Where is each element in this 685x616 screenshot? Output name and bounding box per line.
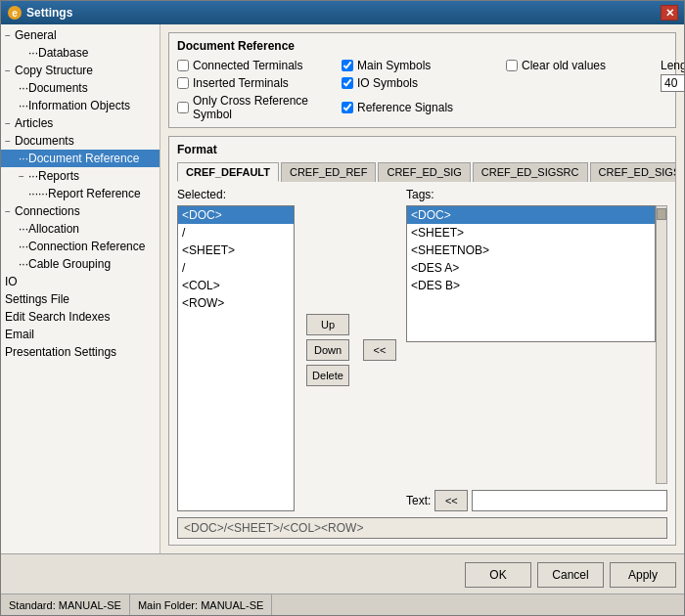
sidebar-item-documents[interactable]: ···Documents bbox=[1, 79, 160, 97]
checkbox-clear-old-values-label: Clear old values bbox=[522, 59, 606, 72]
checkbox-clear-old-values[interactable]: Clear old values bbox=[506, 59, 653, 72]
sidebar-item-reports[interactable]: − ···Reports bbox=[1, 167, 160, 185]
tags-area: Tags: <DOC> <SHEET> <SHEETNOB> <DES A> <… bbox=[406, 188, 667, 511]
checkbox-main-symbols[interactable]: Main Symbols bbox=[342, 59, 498, 72]
checkbox-io-symbols-input[interactable] bbox=[342, 77, 353, 89]
sidebar-item-email[interactable]: Email bbox=[1, 326, 160, 343]
checkbox-main-symbols-input[interactable] bbox=[342, 60, 353, 71]
checkbox-connected-terminals-label: Connected Terminals bbox=[193, 59, 303, 72]
length-label: Length: bbox=[661, 59, 684, 72]
checkbox-io-symbols-label: IO Symbols bbox=[357, 76, 418, 90]
selected-item-slash1[interactable]: / bbox=[178, 224, 294, 242]
sidebar-item-edit-search-indexes[interactable]: Edit Search Indexes bbox=[1, 308, 160, 326]
sidebar-label-connections: Connections bbox=[15, 204, 80, 218]
expand-connections: − bbox=[5, 206, 15, 217]
sidebar-item-presentation-settings[interactable]: Presentation Settings bbox=[1, 343, 160, 361]
selected-item-sheet[interactable]: <SHEET> bbox=[178, 242, 294, 259]
apply-button[interactable]: Apply bbox=[610, 562, 676, 588]
sidebar-label-articles: Articles bbox=[15, 116, 53, 130]
tab-cref-ed-sigsink[interactable]: CREF_ED_SIGSINK bbox=[590, 162, 677, 182]
sidebar-item-connections[interactable]: − Connections bbox=[1, 202, 160, 220]
status-bar: Standard: MANUAL-SE Main Folder: MANUAL-… bbox=[1, 594, 684, 615]
sidebar-item-io[interactable]: IO bbox=[1, 273, 160, 290]
selected-label: Selected: bbox=[177, 188, 295, 201]
checkbox-io-symbols[interactable]: IO Symbols bbox=[342, 76, 498, 90]
doc-reference-title: Document Reference bbox=[177, 39, 667, 53]
tag-item-sheet[interactable]: <SHEET> bbox=[407, 224, 655, 242]
checkbox-main-symbols-label: Main Symbols bbox=[357, 59, 431, 72]
sidebar-item-articles[interactable]: − Articles bbox=[1, 114, 160, 132]
checkbox-only-cross-ref-label: Only Cross Reference Symbol bbox=[193, 94, 334, 121]
sidebar: − General ···Database − Copy Structure ·… bbox=[1, 24, 160, 553]
selected-item-doc[interactable]: <DOC> bbox=[178, 206, 294, 224]
text-row: Text: << bbox=[406, 490, 667, 511]
expand-articles: − bbox=[5, 118, 15, 129]
tab-cref-ed-sigsrc[interactable]: CREF_ED_SIGSRC bbox=[473, 162, 588, 182]
sidebar-item-information-objects[interactable]: ···Information Objects bbox=[1, 97, 160, 114]
tag-item-sheetnob[interactable]: <SHEETNOB> bbox=[407, 242, 655, 259]
expand-reports: − bbox=[19, 171, 28, 182]
checkbox-inserted-terminals-label: Inserted Terminals bbox=[193, 76, 289, 90]
sidebar-label-report-ref: ······Report Reference bbox=[28, 187, 141, 200]
sidebar-item-settings-file[interactable]: Settings File bbox=[1, 290, 160, 308]
checkbox-inserted-terminals[interactable]: Inserted Terminals bbox=[177, 76, 334, 90]
insert-button[interactable]: << bbox=[363, 339, 396, 361]
checkbox-reference-signals-input[interactable] bbox=[342, 102, 353, 113]
sidebar-label-email: Email bbox=[5, 328, 34, 341]
sidebar-label-edit-search: Edit Search Indexes bbox=[5, 310, 110, 324]
cancel-button[interactable]: Cancel bbox=[537, 562, 604, 588]
preview-text: <DOC>/<SHEET>/<COL><ROW> bbox=[184, 521, 363, 535]
selected-item-row[interactable]: <ROW> bbox=[178, 294, 294, 312]
delete-button[interactable]: Delete bbox=[306, 365, 349, 386]
settings-window: e Settings ✕ − General ···Database − Cop… bbox=[0, 0, 685, 616]
text-input[interactable] bbox=[472, 490, 667, 511]
move-up-button[interactable]: Up bbox=[306, 314, 349, 335]
checkbox-clear-old-values-input[interactable] bbox=[506, 60, 518, 71]
sidebar-item-report-reference[interactable]: ······Report Reference bbox=[1, 185, 160, 202]
preview-box: <DOC>/<SHEET>/<COL><ROW> bbox=[177, 517, 667, 539]
sidebar-item-document-reference[interactable]: ···Document Reference bbox=[1, 150, 160, 167]
tag-item-desa[interactable]: <DES A> bbox=[407, 259, 655, 277]
text-label: Text: bbox=[406, 494, 431, 507]
selected-item-slash2[interactable]: / bbox=[178, 259, 294, 277]
close-button[interactable]: ✕ bbox=[661, 5, 678, 21]
checkbox-only-cross-ref[interactable]: Only Cross Reference Symbol bbox=[177, 94, 334, 121]
title-bar: e Settings ✕ bbox=[1, 1, 684, 24]
checkbox-inserted-terminals-input[interactable] bbox=[177, 77, 189, 89]
insert-text-button[interactable]: << bbox=[434, 490, 468, 511]
tab-cref-ed-sig[interactable]: CREF_ED_SIG bbox=[378, 162, 470, 182]
sidebar-item-connection-reference[interactable]: ···Connection Reference bbox=[1, 238, 160, 255]
selected-area: Selected: <DOC> / <SHEET> / <COL> <ROW> bbox=[177, 188, 295, 511]
expand-copy-structure: − bbox=[5, 66, 15, 76]
svg-text:e: e bbox=[12, 8, 18, 19]
status-standard: Standard: MANUAL-SE bbox=[1, 594, 130, 615]
sidebar-item-database[interactable]: ···Database bbox=[1, 44, 160, 62]
sidebar-item-documents2[interactable]: − Documents bbox=[1, 132, 160, 150]
checkbox-only-cross-ref-input[interactable] bbox=[177, 102, 189, 113]
checkbox-connected-terminals[interactable]: Connected Terminals bbox=[177, 59, 334, 72]
sidebar-label-allocation: ···Allocation bbox=[19, 222, 79, 236]
ok-button[interactable]: OK bbox=[465, 562, 531, 588]
sidebar-label-reports: ···Reports bbox=[28, 169, 79, 183]
sidebar-item-cable-grouping[interactable]: ···Cable Grouping bbox=[1, 255, 160, 273]
selected-list: <DOC> / <SHEET> / <COL> <ROW> bbox=[177, 205, 295, 511]
tags-list: <DOC> <SHEET> <SHEETNOB> <DES A> <DES B> bbox=[406, 205, 656, 342]
checkbox-reference-signals[interactable]: Reference Signals bbox=[342, 94, 498, 121]
tab-cref-default[interactable]: CREF_DEFAULT bbox=[177, 162, 279, 182]
sidebar-item-copy-structure[interactable]: − Copy Structure bbox=[1, 62, 160, 79]
sidebar-label-database: ···Database bbox=[28, 46, 88, 60]
tab-cref-ed-ref[interactable]: CREF_ED_REF bbox=[281, 162, 376, 182]
app-icon: e bbox=[7, 5, 23, 21]
tag-item-doc[interactable]: <DOC> bbox=[407, 206, 655, 224]
sidebar-item-allocation[interactable]: ···Allocation bbox=[1, 220, 160, 238]
sidebar-item-general[interactable]: − General bbox=[1, 26, 160, 44]
move-down-button[interactable]: Down bbox=[306, 339, 349, 361]
sidebar-label-copy-structure: Copy Structure bbox=[15, 64, 93, 77]
length-input[interactable] bbox=[661, 74, 684, 92]
checkbox-connected-terminals-input[interactable] bbox=[177, 60, 189, 71]
scrollbar-thumb[interactable] bbox=[657, 208, 666, 220]
tags-label: Tags: bbox=[406, 188, 667, 201]
selected-item-col[interactable]: <COL> bbox=[178, 277, 294, 294]
sidebar-label-general: General bbox=[15, 28, 57, 42]
tag-item-desb[interactable]: <DES B> bbox=[407, 277, 655, 294]
